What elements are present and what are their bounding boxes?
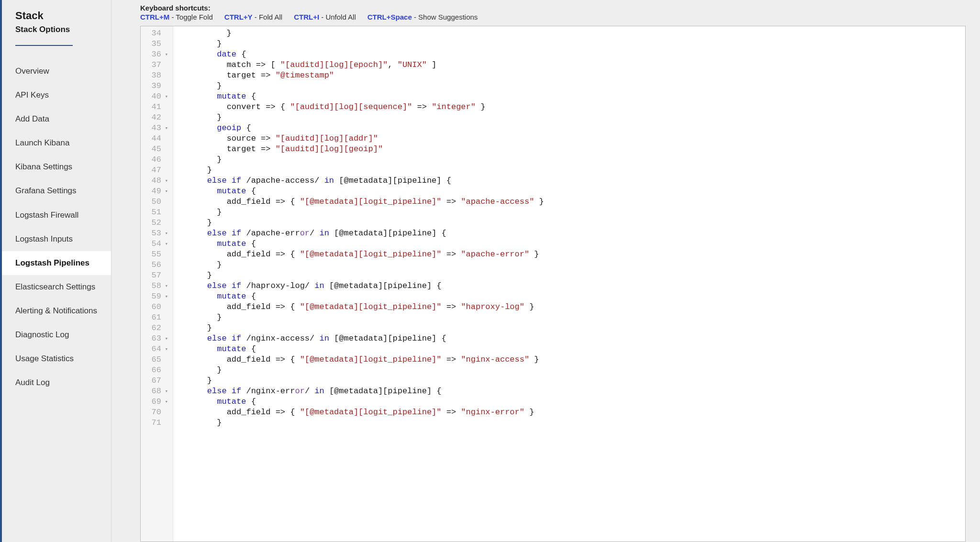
- line-number: 39▾: [141, 81, 168, 91]
- sidebar-item-overview[interactable]: Overview: [2, 59, 111, 83]
- code-line[interactable]: add_field => { "[@metadata][logit_pipeli…: [188, 249, 965, 260]
- main-panel: Keyboard shortcuts: CTRL+M - Toggle Fold…: [111, 0, 980, 542]
- code-editor[interactable]: 34▾35▾36▾37▾38▾39▾40▾41▾42▾43▾44▾45▾46▾4…: [140, 26, 966, 542]
- fold-marker-icon[interactable]: ▾: [163, 333, 168, 344]
- code-line[interactable]: match => [ "[auditd][log][epoch]", "UNIX…: [188, 60, 965, 70]
- code-line[interactable]: else if /nginx-error/ in [@metadata][pip…: [188, 386, 965, 397]
- sidebar-item-logstash-firewall[interactable]: Logstash Firewall: [2, 203, 111, 227]
- code-line[interactable]: source => "[auditd][log][addr]": [188, 133, 965, 144]
- sidebar-item-grafana-settings[interactable]: Grafana Settings: [2, 179, 111, 203]
- line-number: 58▾: [141, 281, 168, 291]
- shortcut-bar: Keyboard shortcuts: CTRL+M - Toggle Fold…: [140, 0, 966, 26]
- line-number: 63▾: [141, 333, 168, 344]
- code-line[interactable]: mutate {: [188, 91, 965, 102]
- editor-code[interactable]: } } date { match => [ "[auditd][log][epo…: [173, 26, 965, 542]
- code-line[interactable]: target => "[auditd][log][geoip]": [188, 144, 965, 155]
- sidebar-item-logstash-pipelines[interactable]: Logstash Pipelines: [2, 251, 111, 275]
- line-number: 62▾: [141, 323, 168, 333]
- code-line[interactable]: }: [188, 270, 965, 281]
- sidebar-item-diagnostic-log[interactable]: Diagnostic Log: [2, 323, 111, 347]
- fold-marker-icon[interactable]: ▾: [163, 291, 168, 302]
- code-line[interactable]: target => "@timestamp": [188, 70, 965, 81]
- line-number: 56▾: [141, 260, 168, 270]
- code-line[interactable]: }: [188, 155, 965, 165]
- code-line[interactable]: }: [188, 260, 965, 270]
- code-line[interactable]: }: [188, 165, 965, 176]
- sidebar-item-elasticsearch-settings[interactable]: Elasticsearch Settings: [2, 275, 111, 299]
- fold-marker-icon[interactable]: ▾: [163, 397, 168, 407]
- sidebar-item-add-data[interactable]: Add Data: [2, 107, 111, 131]
- line-number: 65▾: [141, 354, 168, 365]
- code-line[interactable]: geoip {: [188, 123, 965, 133]
- code-line[interactable]: mutate {: [188, 344, 965, 354]
- code-line[interactable]: add_field => { "[@metadata][logit_pipeli…: [188, 197, 965, 207]
- line-number: 57▾: [141, 270, 168, 281]
- code-line[interactable]: }: [188, 81, 965, 91]
- line-number: 64▾: [141, 344, 168, 354]
- code-line[interactable]: else if /apache-error/ in [@metadata][pi…: [188, 228, 965, 239]
- line-number: 70▾: [141, 407, 168, 418]
- fold-marker-icon[interactable]: ▾: [163, 281, 168, 291]
- shortcut-title: Keyboard shortcuts:: [140, 4, 966, 12]
- code-line[interactable]: }: [188, 312, 965, 323]
- code-line[interactable]: mutate {: [188, 186, 965, 197]
- sidebar-item-launch-kibana[interactable]: Launch Kibana: [2, 131, 111, 155]
- code-line[interactable]: }: [188, 365, 965, 376]
- fold-marker-icon[interactable]: ▾: [163, 91, 168, 102]
- fold-marker-icon[interactable]: ▾: [163, 386, 168, 397]
- line-number: 46▾: [141, 155, 168, 165]
- line-number: 48▾: [141, 176, 168, 186]
- line-number: 34▾: [141, 28, 168, 39]
- line-number: 68▾: [141, 386, 168, 397]
- line-number: 61▾: [141, 312, 168, 323]
- fold-marker-icon[interactable]: ▾: [163, 344, 168, 354]
- line-number: 55▾: [141, 249, 168, 260]
- sidebar-item-alerting-notifications[interactable]: Alerting & Notifications: [2, 299, 111, 323]
- code-line[interactable]: add_field => { "[@metadata][logit_pipeli…: [188, 407, 965, 418]
- code-line[interactable]: date {: [188, 49, 965, 60]
- code-line[interactable]: mutate {: [188, 397, 965, 407]
- code-line[interactable]: }: [188, 112, 965, 123]
- code-line[interactable]: else if /nginx-access/ in [@metadata][pi…: [188, 333, 965, 344]
- shortcut-key[interactable]: CTRL+Space: [368, 13, 412, 21]
- code-line[interactable]: }: [188, 418, 965, 428]
- code-line[interactable]: }: [188, 39, 965, 49]
- fold-marker-icon[interactable]: ▾: [163, 228, 168, 239]
- shortcut-row: CTRL+M - Toggle FoldCTRL+Y - Fold AllCTR…: [140, 13, 966, 21]
- fold-marker-icon[interactable]: ▾: [163, 239, 168, 249]
- shortcut-desc: - Unfold All: [319, 13, 356, 21]
- shortcut-key[interactable]: CTRL+Y: [224, 13, 253, 21]
- code-line[interactable]: }: [188, 28, 965, 39]
- code-line[interactable]: }: [188, 218, 965, 228]
- line-number: 51▾: [141, 207, 168, 218]
- code-line[interactable]: convert => { "[auditd][log][sequence]" =…: [188, 102, 965, 112]
- sidebar-item-usage-statistics[interactable]: Usage Statistics: [2, 347, 111, 371]
- shortcut-desc: - Show Suggestions: [412, 13, 478, 21]
- line-number: 47▾: [141, 165, 168, 176]
- code-line[interactable]: mutate {: [188, 291, 965, 302]
- code-line[interactable]: }: [188, 376, 965, 386]
- code-line[interactable]: add_field => { "[@metadata][logit_pipeli…: [188, 354, 965, 365]
- sidebar-item-audit-log[interactable]: Audit Log: [2, 371, 111, 395]
- shortcut-key[interactable]: CTRL+I: [294, 13, 319, 21]
- shortcut-key[interactable]: CTRL+M: [140, 13, 169, 21]
- line-number: 44▾: [141, 133, 168, 144]
- fold-marker-icon[interactable]: ▾: [163, 176, 168, 186]
- sidebar-title: Stack: [15, 10, 98, 22]
- line-number: 69▾: [141, 397, 168, 407]
- fold-marker-icon[interactable]: ▾: [163, 123, 168, 133]
- line-number: 66▾: [141, 365, 168, 376]
- code-line[interactable]: add_field => { "[@metadata][logit_pipeli…: [188, 302, 965, 312]
- code-line[interactable]: else if /haproxy-log/ in [@metadata][pip…: [188, 281, 965, 291]
- sidebar-item-api-keys[interactable]: API Keys: [2, 83, 111, 107]
- line-number: 41▾: [141, 102, 168, 112]
- sidebar-item-kibana-settings[interactable]: Kibana Settings: [2, 155, 111, 179]
- fold-marker-icon[interactable]: ▾: [163, 49, 168, 60]
- code-line[interactable]: }: [188, 207, 965, 218]
- code-line[interactable]: mutate {: [188, 239, 965, 249]
- fold-marker-icon[interactable]: ▾: [163, 186, 168, 197]
- code-line[interactable]: }: [188, 323, 965, 333]
- line-number: 35▾: [141, 39, 168, 49]
- sidebar-item-logstash-inputs[interactable]: Logstash Inputs: [2, 227, 111, 251]
- code-line[interactable]: else if /apache-access/ in [@metadata][p…: [188, 176, 965, 186]
